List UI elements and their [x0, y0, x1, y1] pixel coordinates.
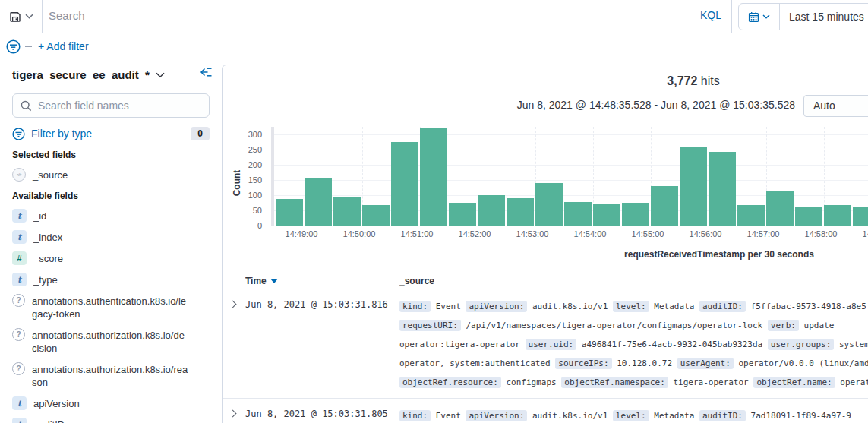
table-row: Jun 8, 2021 @ 15:03:31.816kind: Event ap… — [223, 292, 868, 399]
field-key-chip: objectRef.namespace: — [561, 377, 668, 388]
source-line: operator, system:authenticated sourceIPs… — [399, 354, 868, 373]
source-line: requestURI: /api/v1/namespaces/tigera-op… — [399, 316, 868, 335]
available-fields-list: t_idt_index#_scoret_type?annotations.aut… — [12, 210, 210, 423]
search-icon — [21, 100, 32, 112]
field-key-chip: apiVersion: — [466, 301, 527, 312]
expand-row-icon[interactable] — [229, 410, 237, 418]
histogram-bar[interactable] — [593, 204, 620, 226]
x-tick-label: 14:49:00 — [277, 229, 326, 238]
histogram-bar[interactable] — [362, 205, 390, 226]
histogram-bar[interactable] — [564, 202, 592, 226]
histogram-bar[interactable] — [449, 203, 476, 226]
field-key-chip: objectRef.resource: — [399, 377, 501, 388]
y-tick-label: 150 — [226, 175, 262, 185]
field-key-chip: kind: — [399, 410, 431, 421]
histogram-bar[interactable] — [622, 203, 649, 226]
selected-fields-heading: Selected fields — [12, 150, 210, 160]
histogram-bar[interactable] — [824, 205, 851, 226]
x-tick-label: 14:50:00 — [335, 229, 383, 238]
histogram-bar[interactable] — [853, 207, 868, 226]
field-key-chip: sourceIPs: — [555, 358, 611, 369]
field-type-string-icon: t — [12, 209, 27, 223]
selected-fields-list: </>_source — [12, 169, 210, 182]
field-value-text: operator-lock — [835, 377, 868, 387]
time-column-header[interactable]: Time — [245, 276, 278, 286]
histogram-bar[interactable] — [766, 191, 794, 226]
field-item-annotations-authorization-k8s-io-decision[interactable]: ?annotations.authorization.k8s.io/decisi… — [12, 329, 210, 355]
search-input[interactable]: Search — [49, 9, 85, 22]
y-tick-label: 300 — [226, 130, 262, 139]
chevron-down-icon[interactable] — [25, 14, 33, 19]
field-item-_index[interactable]: t_index — [12, 231, 210, 244]
field-key-chip: requestURI: — [399, 320, 461, 331]
x-tick-label: 14:51:00 — [393, 229, 441, 238]
filter-separator — [25, 46, 32, 47]
field-item-_score[interactable]: #_score — [12, 252, 210, 265]
field-item-annotations-authentication-k8s-io-legacy-token[interactable]: ?annotations.authentication.k8s.io/legac… — [12, 295, 210, 320]
histogram-bar[interactable] — [391, 142, 418, 226]
histogram-bar[interactable] — [709, 152, 736, 226]
field-item-annotations-authorization-k8s-io-reason[interactable]: ?annotations.authorization.k8s.io/reason — [12, 363, 210, 389]
x-tick-label: 14:59:00 — [854, 229, 868, 238]
histogram-bar[interactable] — [535, 183, 563, 226]
histogram-bar[interactable] — [680, 147, 707, 226]
save-query-button[interactable] — [0, 0, 43, 33]
gridline — [274, 134, 868, 135]
histogram-bar[interactable] — [651, 186, 678, 226]
interval-select[interactable]: Auto — [803, 95, 868, 117]
histogram-bar[interactable] — [305, 178, 332, 226]
field-name: annotations.authentication.k8s.io/legacy… — [32, 295, 188, 320]
time-range-display[interactable]: Last 15 minutes — [780, 4, 868, 30]
y-tick-label: 50 — [226, 206, 262, 215]
field-item-_source[interactable]: </>_source — [12, 169, 210, 182]
source-line: kind: Event apiVersion: audit.k8s.io/v1 … — [399, 406, 868, 423]
field-name: _type — [33, 273, 190, 286]
filter-icon — [12, 128, 25, 140]
date-picker: Last 15 minutes — [738, 3, 868, 30]
histogram-bar[interactable] — [276, 199, 303, 226]
field-search-input[interactable]: Search field names — [12, 93, 210, 118]
field-value-text: tigera-operator — [668, 377, 754, 387]
histogram-bar[interactable] — [737, 205, 765, 226]
add-filter-button[interactable]: + Add filter — [38, 40, 89, 52]
row-source-preview: kind: Event apiVersion: audit.k8s.io/v1 … — [399, 406, 868, 423]
histogram-bar[interactable] — [420, 128, 447, 226]
filter-by-type-button[interactable]: Filter by type 0 — [12, 127, 210, 140]
expand-row-icon[interactable] — [229, 301, 237, 308]
calendar-icon — [748, 11, 759, 23]
field-key-chip: objectRef.name: — [753, 377, 835, 388]
field-value-text: system:serviceaccounts, — [834, 339, 868, 349]
table-row: Jun 8, 2021 @ 15:03:31.805kind: Event ap… — [223, 399, 868, 423]
field-value-text: Event — [431, 301, 466, 311]
field-item-apiversion[interactable]: tapiVersion — [12, 397, 210, 410]
histogram-bar[interactable] — [333, 197, 361, 226]
field-value-text: 10.128.0.72 — [612, 358, 677, 368]
histogram-bar[interactable] — [795, 207, 822, 226]
chevron-down-icon — [762, 14, 770, 19]
quick-select-button[interactable] — [739, 4, 780, 30]
field-item-_id[interactable]: t_id — [12, 210, 210, 223]
field-value-text: a496841f-75e6-4acb-9932-045bab9323da — [576, 339, 768, 349]
field-value-text: /api/v1/namespaces/tigera-operator/confi… — [461, 320, 768, 330]
field-type-number-icon: # — [12, 251, 27, 265]
histogram-plot[interactable] — [271, 127, 868, 226]
index-pattern-title: tigera_secure_ee_audit_* — [12, 68, 150, 81]
row-source-preview: kind: Event apiVersion: audit.k8s.io/v1 … — [399, 297, 868, 392]
y-tick-label: 250 — [226, 145, 262, 154]
field-item-_type[interactable]: t_type — [12, 273, 210, 286]
source-line: operator:tigera-operator user.uid: a4968… — [399, 335, 868, 354]
index-pattern-selector[interactable]: tigera_secure_ee_audit_* — [12, 68, 210, 81]
field-name: _score — [33, 252, 190, 265]
time-column-label: Time — [245, 276, 267, 286]
histogram-bar[interactable] — [507, 198, 534, 226]
x-tick-label: 14:54:00 — [566, 229, 614, 238]
kql-button[interactable]: KQL — [700, 9, 721, 21]
divider — [731, 0, 732, 33]
histogram-bar[interactable] — [478, 195, 505, 226]
x-tick-label: 14:57:00 — [739, 229, 788, 238]
filter-icon[interactable] — [6, 39, 21, 54]
field-item-auditid[interactable]: tauditID — [12, 418, 210, 423]
collapse-sidebar-icon[interactable] — [200, 67, 213, 78]
field-value-text: update — [799, 320, 834, 330]
field-type-unknown-icon: ? — [12, 294, 25, 307]
